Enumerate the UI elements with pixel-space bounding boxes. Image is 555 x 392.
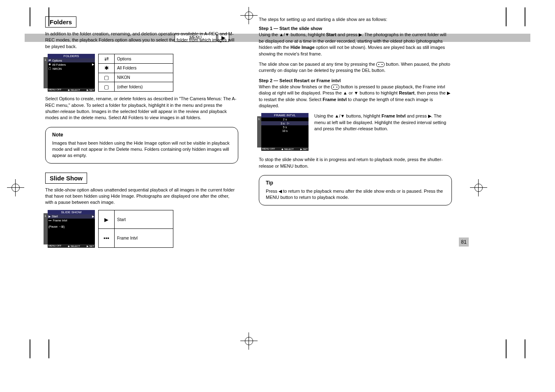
lcd-title: SLIDE SHOW (48, 210, 95, 214)
frame-intvl-lcd: 1 FRAME INTVL 2 s 3 s▷ 5 s 10 s MENU OFF… (261, 113, 309, 151)
table-row: ⇄Options (99, 54, 173, 64)
table-row: ▢(other folders) (99, 82, 173, 92)
table-row: ✱All Folders (99, 63, 173, 73)
reg-bottom-center (245, 337, 253, 345)
lcd-bottom-label: MENU OFF (262, 148, 275, 150)
lcd-bottom-label: ▶ SET (87, 88, 94, 91)
crop-bl-1 (30, 339, 30, 358)
folders-option-table: ⇄Options ✱All Folders ▢NIKON ▢(other fol… (98, 54, 173, 92)
tip-body: Press ◀ to return to the playback menu a… (266, 188, 445, 201)
step2-body: When the slide show finishes or the butt… (259, 84, 452, 109)
folders-heading: Folders (45, 16, 76, 28)
lcd-side-tab: 1 (44, 58, 46, 62)
crop-tr-1 (525, 7, 525, 26)
folders-lcd: 1 FOLDERS ⇄Options ✱All Folders▶ ▢NIKON … (48, 54, 95, 92)
crop-br-1 (525, 339, 525, 358)
lcd-title: FOLDERS (48, 54, 95, 58)
step-2: Step 2 — Select Restart or Frame intvl (259, 78, 452, 83)
folders-intro: In addition to the folder creation, rena… (45, 31, 238, 50)
crop-br-2 (506, 339, 507, 358)
table-cell: NIKON (115, 73, 173, 82)
shuttle-icon (331, 85, 339, 90)
slideshow-heading: Slide Show (45, 173, 87, 184)
table-cell: Frame Intvl (115, 229, 173, 248)
folders-para1: Select Options to create, rename, or del… (45, 96, 238, 121)
lcd-side-tab: 1 (258, 117, 260, 121)
step1-body: Using the ▲/▼ buttons, highlight Start a… (259, 32, 452, 57)
step-1: Step 1 — Start the slide show (259, 26, 452, 31)
pause-para: The slide show can be paused at any time… (259, 61, 452, 74)
note-heading: Note (52, 131, 231, 138)
lcd-bottom-label: ◆ SELECT (68, 244, 80, 247)
table-row: ▪▪▪Frame Intvl (99, 229, 173, 248)
lcd-row: (Pause →⊠) (48, 225, 95, 229)
under-para: To stop the slide show while it is in pr… (259, 157, 452, 169)
lcd-row: 10 s (261, 129, 309, 133)
lcd-row: ▢NIKON (48, 67, 95, 71)
folder-icon: ▢ (99, 82, 115, 92)
play-icon: ▶ (99, 210, 115, 229)
lcd-side-tab: 1 (44, 214, 46, 218)
dots-icon: ▪▪▪ (99, 229, 115, 248)
start-intro: The steps for setting up and starting a … (259, 16, 452, 23)
table-cell: Options (115, 54, 173, 64)
step2-subbody: Using the ▲/▼ buttons, highlight Frame I… (314, 113, 452, 132)
note-heading: Tip (266, 180, 445, 187)
lcd-row: ▶Start▶ (48, 214, 95, 219)
lcd-bottom-label: ▶ SET (87, 244, 94, 247)
table-cell: (other folders) (115, 82, 173, 92)
folders-note: Note Images that have been hidden using … (45, 127, 238, 164)
shuttle-icon (376, 62, 385, 67)
lcd-bottom-label: ◆ SELECT (281, 148, 294, 150)
slideshow-option-table: ▶Start ▪▪▪Frame Intvl (98, 210, 173, 248)
slideshow-lcd: 1 SLIDE SHOW ▶Start▶ ▪▪▪Frame Intvl (Pau… (48, 210, 95, 248)
reg-right (474, 184, 483, 192)
swap-icon: ⇄ (99, 54, 115, 64)
lcd-bottom-label: ▶ SET (300, 148, 308, 150)
right-column: The steps for setting up and starting a … (259, 0, 452, 205)
lcd-row: 2 s (261, 118, 309, 121)
asterisk-icon: ✱ (99, 63, 115, 73)
lcd-title: FRAME INTVL (261, 113, 309, 118)
slideshow-intro: The slide-show option allows unattended … (45, 187, 238, 206)
crop-bl-2 (48, 339, 49, 358)
lcd-row: ⇄Options (48, 58, 95, 62)
note-body: Images that have been hidden using the H… (52, 140, 231, 159)
table-cell: All Folders (115, 63, 173, 73)
folder-icon: ▢ (99, 73, 115, 82)
crop-tr-2 (506, 7, 507, 26)
table-row: ▢NIKON (99, 73, 173, 82)
lcd-bottom-label: ◆ SELECT (68, 88, 80, 91)
page-number: 81 (459, 238, 469, 247)
reg-top-center (245, 12, 253, 20)
reg-left (12, 184, 20, 192)
lcd-row: ▪▪▪Frame Intvl (48, 219, 95, 222)
crop-tl-1 (30, 7, 30, 26)
lcd-row: ✱All Folders▶ (48, 62, 95, 67)
lcd-bottom-label: MENU OFF (48, 244, 61, 247)
left-column: Folders In addition to the folder creati… (45, 0, 238, 248)
lcd-row: 3 s▷ (261, 121, 309, 125)
table-cell: Start (115, 210, 173, 229)
table-row: ▶Start (99, 210, 173, 229)
lcd-bottom-label: MENU OFF (48, 88, 61, 91)
lcd-row: 5 s (261, 125, 309, 129)
tip-note: Tip Press ◀ to return to the playback me… (259, 175, 452, 205)
